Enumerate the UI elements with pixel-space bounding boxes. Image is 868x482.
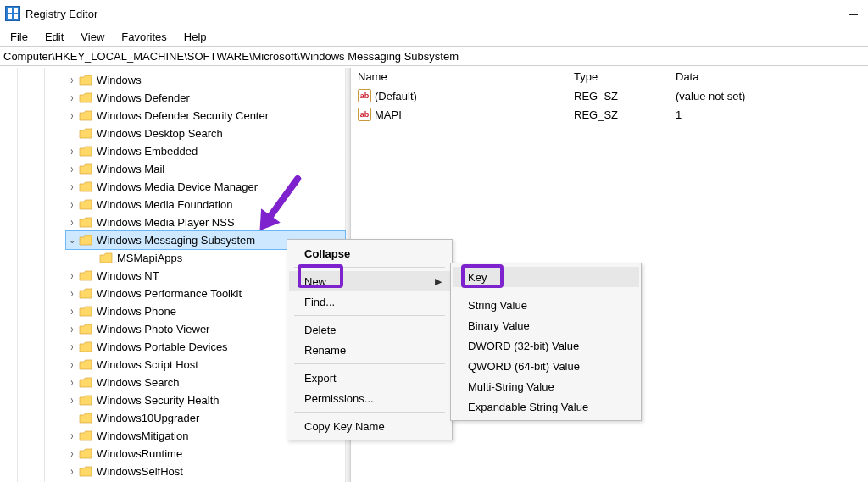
tree-item-label: MSMapiApps — [117, 252, 182, 264]
menu-help[interactable]: Help — [177, 29, 214, 45]
folder-icon — [79, 306, 94, 318]
address-text: Computer\HKEY_LOCAL_MACHINE\SOFTWARE\Mic… — [3, 50, 459, 63]
folder-icon — [79, 128, 94, 140]
chevron-right-icon[interactable]: › — [66, 376, 78, 389]
tree-item-label: WindowsRuntime — [97, 447, 182, 460]
chevron-right-icon[interactable]: › — [66, 198, 78, 211]
tree-item-label: Windows Defender Security Center — [97, 109, 269, 122]
tree-item-label: Windows Phone — [97, 305, 176, 318]
menu-view[interactable]: View — [74, 29, 111, 45]
ctx-new[interactable]: New▶ — [289, 271, 450, 291]
tree-item[interactable]: ›WindowsRuntime — [66, 445, 345, 463]
folder-icon — [79, 75, 94, 86]
ctx-new-dword[interactable]: DWORD (32-bit) Value — [453, 335, 639, 356]
folder-icon — [79, 146, 94, 158]
chevron-right-icon[interactable]: › — [66, 287, 78, 300]
chevron-right-icon[interactable]: › — [66, 358, 78, 371]
ctx-copy-key-name[interactable]: Copy Key Name — [289, 416, 450, 436]
chevron-right-icon[interactable]: › — [66, 163, 78, 175]
context-menu: Collapse New▶ Find... Delete Rename Expo… — [287, 239, 453, 440]
value-row[interactable]: abMAPIREG_SZ1 — [353, 105, 868, 124]
ctx-new-string[interactable]: String Value — [453, 295, 639, 315]
tree-item-label: Windows Portable Devices — [97, 341, 228, 353]
folder-icon — [79, 110, 94, 122]
ctx-new-expand[interactable]: Expandable String Value — [453, 396, 639, 417]
tree-item[interactable]: Windows Desktop Search — [66, 125, 345, 142]
value-name: (Default) — [375, 90, 417, 102]
ctx-export[interactable]: Export — [289, 368, 450, 388]
chevron-right-icon[interactable]: › — [66, 447, 78, 460]
chevron-right-icon[interactable]: › — [66, 394, 78, 407]
value-row[interactable]: ab(Default)REG_SZ(value not set) — [353, 86, 868, 105]
tree-item-label: Windows Script Host — [97, 358, 198, 371]
folder-icon — [79, 430, 94, 442]
tree-guides — [3, 68, 70, 482]
ctx-new-key[interactable]: Key — [453, 267, 639, 287]
window: Registry Editor File Edit View Favorites… — [0, 0, 868, 482]
tree-item-label: WindowsSelfHost — [97, 465, 183, 478]
tree-item[interactable]: ›Windows Embedded — [66, 142, 345, 160]
value-header: Name Type Data — [353, 68, 868, 86]
ctx-new-qword[interactable]: QWORD (64-bit) Value — [453, 356, 639, 376]
ctx-new-binary[interactable]: Binary Value — [453, 315, 639, 335]
folder-icon — [79, 163, 94, 175]
tree-item[interactable]: ›Windows — [66, 71, 345, 89]
ctx-collapse[interactable]: Collapse — [289, 243, 450, 263]
tree-item[interactable]: ›Windows Defender Security Center — [66, 107, 345, 125]
menu-edit[interactable]: Edit — [38, 29, 70, 45]
menu-favorites[interactable]: Favorites — [114, 29, 173, 45]
chevron-right-icon[interactable]: › — [66, 145, 78, 158]
tree-item[interactable]: ›Windows Mail — [66, 160, 345, 178]
context-submenu-new: Key String Value Binary Value DWORD (32-… — [450, 263, 642, 421]
chevron-right-icon[interactable]: › — [66, 216, 78, 229]
tree-item-label: WindowsMitigation — [97, 429, 188, 442]
ctx-new-multi[interactable]: Multi-String Value — [453, 376, 639, 396]
string-value-icon: ab — [358, 108, 371, 121]
chevron-right-icon[interactable]: › — [66, 74, 78, 86]
folder-icon — [79, 270, 94, 282]
chevron-right-icon[interactable]: › — [66, 429, 78, 442]
ctx-rename[interactable]: Rename — [289, 340, 450, 360]
chevron-right-icon[interactable]: › — [66, 91, 78, 104]
address-bar[interactable]: Computer\HKEY_LOCAL_MACHINE\SOFTWARE\Mic… — [0, 46, 868, 66]
menu-file[interactable]: File — [3, 29, 35, 45]
tree-item-label: Windows — [97, 74, 142, 86]
folder-icon — [79, 466, 94, 478]
tree-item-label: Windows Messaging Subsystem — [97, 234, 255, 247]
tree-item[interactable]: ›WindowsSelfHost — [66, 463, 345, 480]
menubar: File Edit View Favorites Help — [0, 27, 868, 46]
tree-item-label: Windows Media Player NSS — [97, 216, 235, 229]
chevron-right-icon[interactable]: › — [66, 305, 78, 318]
chevron-right-icon[interactable]: › — [66, 323, 78, 335]
col-type[interactable]: Type — [574, 70, 676, 83]
tree-item-label: Windows Media Device Manager — [97, 180, 258, 193]
tree-item-label: Windows Security Health — [97, 394, 220, 407]
minimize-button[interactable] — [849, 5, 858, 18]
col-data[interactable]: Data — [676, 70, 868, 83]
chevron-right-icon[interactable]: › — [66, 269, 78, 282]
ctx-delete[interactable]: Delete — [289, 319, 450, 340]
chevron-right-icon[interactable]: › — [66, 109, 78, 122]
svg-rect-0 — [8, 8, 12, 13]
col-name[interactable]: Name — [358, 70, 574, 83]
ctx-find[interactable]: Find... — [289, 291, 450, 312]
folder-icon — [79, 413, 94, 424]
folder-icon — [79, 395, 94, 407]
value-data: 1 — [676, 108, 868, 121]
folder-icon — [79, 235, 94, 247]
folder-icon — [79, 324, 94, 335]
folder-icon — [79, 181, 94, 193]
string-value-icon: ab — [358, 89, 371, 102]
ctx-permissions[interactable]: Permissions... — [289, 388, 450, 408]
tree-item-label: Windows Search — [97, 376, 180, 389]
titlebar[interactable]: Registry Editor — [0, 0, 868, 27]
chevron-right-icon[interactable]: › — [66, 341, 78, 353]
tree-item[interactable]: ›Windows Media Player NSS — [66, 213, 345, 231]
chevron-right-icon[interactable]: › — [66, 180, 78, 193]
svg-rect-2 — [8, 14, 12, 19]
tree-item-label: Windows Media Foundation — [97, 198, 232, 211]
tree-item[interactable]: ›Windows Defender — [66, 89, 345, 107]
value-name: MAPI — [375, 108, 402, 121]
chevron-right-icon[interactable]: › — [66, 465, 78, 478]
folder-icon — [79, 217, 94, 229]
